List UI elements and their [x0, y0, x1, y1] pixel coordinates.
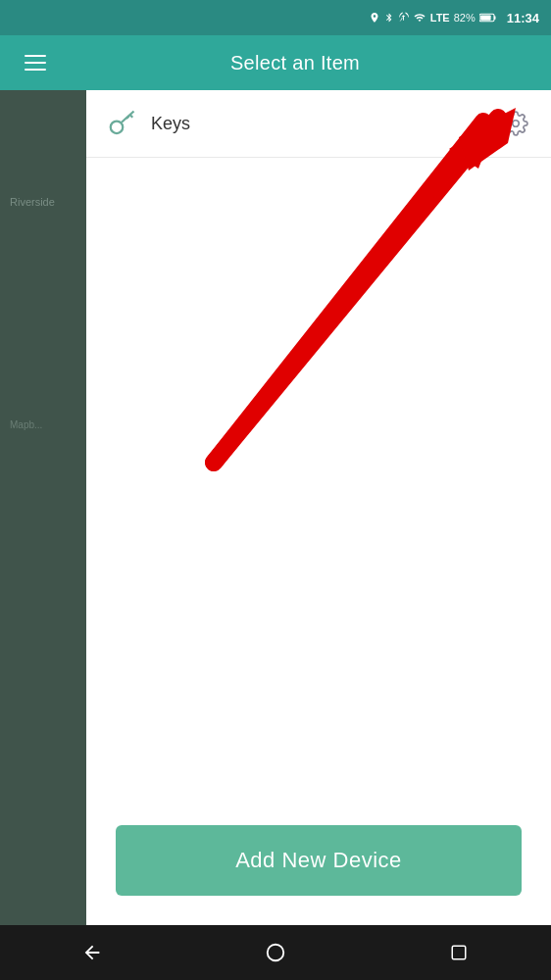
signal-icon [413, 12, 426, 24]
key-icon-wrap [104, 106, 139, 141]
bluetooth-icon [384, 12, 394, 24]
map-background [0, 90, 86, 925]
sidebar: Riverside Mapb... [0, 90, 86, 925]
nav-bar [0, 925, 551, 980]
status-icons: LTE 82% 11:34 [369, 11, 539, 25]
location-icon [369, 12, 380, 24]
add-new-device-button[interactable]: Add New Device [116, 825, 522, 896]
gear-settings-button[interactable] [498, 106, 533, 141]
svg-point-12 [268, 945, 284, 961]
svg-rect-13 [453, 946, 467, 959]
svg-line-5 [130, 115, 133, 118]
content-panel: Keys [86, 90, 551, 925]
home-icon [265, 942, 286, 963]
hamburger-menu-button[interactable] [16, 43, 55, 82]
svg-point-3 [111, 122, 124, 134]
hamburger-line-3 [25, 69, 46, 71]
back-icon [81, 942, 103, 963]
top-bar: Select an Item [0, 35, 551, 90]
key-icon [107, 109, 136, 138]
status-bar: LTE 82% 11:34 [0, 0, 551, 35]
battery-icon [479, 12, 497, 24]
phone-container: LTE 82% 11:34 Select an Item Riverside M… [0, 0, 551, 980]
recent-icon [450, 944, 468, 961]
keys-label: Keys [151, 114, 498, 134]
lte-label: LTE [430, 12, 450, 24]
gear-icon [503, 111, 528, 136]
keys-item-row[interactable]: Keys [86, 90, 551, 158]
svg-rect-2 [480, 15, 491, 20]
back-button[interactable] [63, 933, 122, 972]
svg-point-7 [513, 121, 520, 127]
hamburger-line-1 [25, 55, 46, 57]
hamburger-line-2 [25, 62, 46, 64]
svg-rect-1 [494, 16, 496, 20]
btn-area: Add New Device [86, 806, 551, 925]
status-time: 11:34 [507, 11, 539, 25]
recent-apps-button[interactable] [429, 933, 488, 972]
empty-content-area [86, 158, 551, 806]
battery-pct: 82% [454, 12, 476, 24]
page-title: Select an Item [55, 52, 535, 74]
main-area: Riverside Mapb... Keys [0, 90, 551, 925]
home-button[interactable] [246, 933, 305, 972]
rotate-icon [398, 12, 409, 24]
